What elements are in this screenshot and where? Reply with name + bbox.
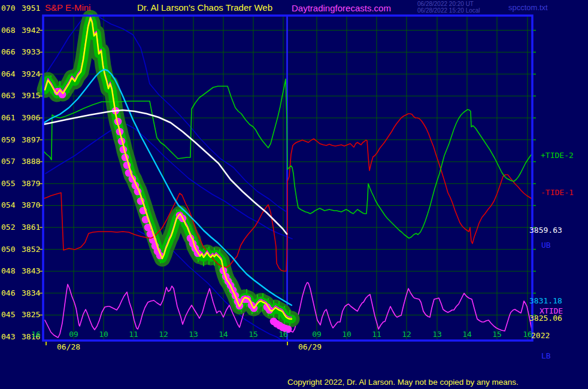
- hour-label: 16: [27, 330, 45, 339]
- y-axis-row: 0453825: [0, 311, 38, 319]
- y-axis-alt-value: 064: [1, 70, 15, 78]
- y-axis-row: 0633915: [0, 92, 38, 100]
- y-axis-alt-value: 059: [1, 136, 15, 144]
- y-axis-row: 0463834: [0, 289, 38, 297]
- hour-label: 13: [184, 330, 202, 339]
- right-label--tide-2: +TIDE-2: [541, 151, 574, 159]
- cyan-average-line: [43, 69, 292, 305]
- hour-label: 09: [308, 330, 326, 339]
- right-label-3859-63: 3859.63: [529, 226, 562, 234]
- data-file-label: spcctom.txt: [508, 3, 548, 12]
- hour-label: 09: [65, 330, 83, 339]
- y-axis-price-value: 3843: [22, 267, 40, 275]
- y-axis-alt-value: 066: [1, 48, 15, 56]
- y-axis-price-value: 3888: [22, 157, 40, 166]
- date-label: 06/29: [298, 342, 322, 351]
- right-label-2022: 2022: [531, 332, 550, 339]
- page-title: Dr. Al Larson's Chaos Trader Web: [137, 2, 272, 13]
- y-axis-row: 0643924: [0, 70, 38, 78]
- y-axis-alt-value: 048: [1, 267, 15, 275]
- y-axis-price-value: 3834: [22, 289, 40, 297]
- chaos-trader-screen: S&P E-Mini Dr. Al Larson's Chaos Trader …: [0, 0, 588, 389]
- hour-label: 15: [488, 330, 506, 339]
- y-axis-alt-value: 045: [1, 311, 15, 319]
- price-line: [45, 18, 292, 319]
- hour-label: 16: [274, 330, 292, 339]
- y-axis-alt-value: 068: [1, 26, 15, 35]
- y-axis-alt-value: 055: [1, 180, 15, 188]
- y-axis-price-value: 3906: [22, 114, 40, 122]
- hour-label: 13: [428, 330, 446, 339]
- hour-label: 14: [214, 330, 232, 339]
- hour-label: 12: [154, 330, 172, 339]
- y-axis-alt-value: 054: [1, 201, 15, 209]
- y-axis-alt-value: 043: [1, 333, 15, 341]
- y-axis-alt-value: 070: [1, 4, 15, 13]
- y-axis-row: 0703951: [0, 4, 38, 13]
- hour-label: 11: [368, 330, 386, 339]
- y-axis-row: 0553879: [0, 180, 38, 188]
- symbol-label: S&P E-Mini: [45, 2, 90, 13]
- y-axis-row: 0573888: [0, 157, 38, 166]
- y-axis-price-value: 3897: [22, 136, 40, 144]
- y-axis-alt-value: 050: [1, 245, 15, 254]
- right-label--tide-1: -TIDE-1: [541, 189, 574, 196]
- y-axis-price-value: 3852: [22, 245, 40, 254]
- y-axis-price-value: 3861: [22, 223, 40, 232]
- y-axis-price-value: 3825: [22, 311, 40, 319]
- y-axis-row: 0683942: [0, 26, 38, 35]
- y-axis-row: 0503852: [0, 245, 38, 254]
- site-link[interactable]: Daytradingforecasts.com: [292, 3, 391, 13]
- y-axis-alt-value: 061: [1, 114, 15, 122]
- y-axis-alt-value: 063: [1, 92, 15, 100]
- y-axis-price-value: 3933: [22, 48, 40, 56]
- y-axis-price-value: 3870: [22, 201, 40, 209]
- y-axis-price-value: 3879: [22, 180, 40, 188]
- hour-label: 12: [398, 330, 416, 339]
- date-label: 06/28: [57, 342, 80, 351]
- right-label-3831-18: 3831.18: [529, 297, 562, 305]
- y-axis-row: 0523861: [0, 223, 38, 232]
- y-axis-price-value: 3942: [22, 26, 40, 35]
- y-axis-row: 0543870: [0, 201, 38, 209]
- y-axis-price-value: 3924: [22, 70, 40, 78]
- white-average-line: [43, 110, 287, 234]
- y-axis-alt-value: 052: [1, 223, 15, 232]
- right-label-3825-06: 3825.06: [529, 314, 562, 322]
- y-axis-row: 0483843: [0, 267, 38, 275]
- y-axis-alt-value: 046: [1, 289, 15, 297]
- y-axis-price-value: 3915: [22, 92, 40, 100]
- y-axis-price-value: 3951: [22, 4, 40, 13]
- y-axis-row: 0613906: [0, 114, 38, 122]
- y-axis-row: 0663933: [0, 48, 38, 56]
- timestamp-ut: 06/28/2022 20:20 UT: [417, 1, 474, 7]
- hour-label: 10: [338, 330, 356, 339]
- timestamp-local: 06/28/2022 15:20 Local: [417, 7, 480, 14]
- copyright-notice: Copyright 2022, Dr. Al Larson. May not b…: [287, 378, 519, 387]
- hour-label: 10: [95, 330, 113, 339]
- y-axis-row: 0593897: [0, 136, 38, 144]
- hour-label: 14: [458, 330, 476, 339]
- hour-label: 15: [244, 330, 262, 339]
- right-label-lb: LB: [541, 352, 551, 360]
- right-label-ub: UB: [541, 241, 551, 249]
- hour-label: 11: [125, 330, 143, 339]
- y-axis-alt-value: 057: [1, 157, 15, 166]
